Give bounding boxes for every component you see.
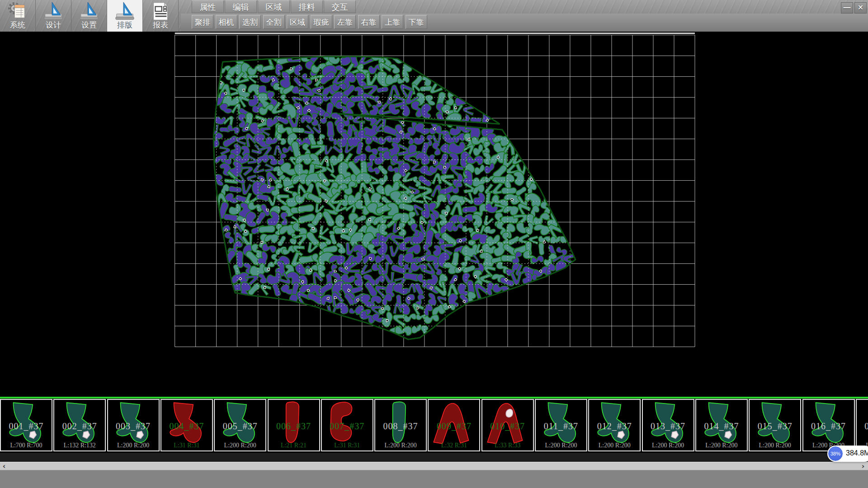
piece-thumbnail-010_#37[interactable]: 010_#37L:33 R:33	[481, 399, 534, 451]
piece-name: 009_#37	[429, 421, 479, 432]
piece-measurements: L:200 R:200	[375, 442, 426, 449]
app-button-5[interactable]: 报表	[143, 0, 179, 32]
menu-tab-4[interactable]: 排料	[291, 0, 323, 13]
piece-measurements: L:700 R:700	[1, 442, 52, 449]
menu-tab-2[interactable]: 编辑	[225, 0, 257, 13]
status-bar	[0, 470, 868, 488]
settings-ruler-icon	[79, 1, 99, 21]
piece-name: 007_#37	[322, 421, 373, 432]
piece-thumbnail-017_#37[interactable]: 017_#37L:200 R:200	[856, 399, 868, 451]
minimize-button[interactable]: —	[841, 2, 853, 14]
piece-thumbnail-011_#37[interactable]: 011_#37L:200 R:200	[535, 399, 587, 451]
piece-measurements: L:33 R:33	[482, 442, 533, 449]
piece-name: 003_#37	[108, 421, 159, 432]
piece-measurements: L:31 R:31	[161, 442, 212, 449]
close-button[interactable]: ✕	[854, 2, 867, 14]
scroll-right-icon[interactable]: ›	[859, 462, 867, 470]
piece-name: 017_#37	[857, 421, 868, 432]
piece-name: 011_#37	[536, 421, 586, 432]
tool-button-10[interactable]: 下靠	[406, 15, 427, 29]
report-doc-icon	[150, 1, 171, 21]
scroll-left-icon[interactable]: ‹	[0, 462, 8, 470]
memory-value-label: 384.8M	[846, 449, 868, 457]
tool-button-1[interactable]: 聚排	[192, 15, 213, 29]
piece-thumbnail-014_#37[interactable]: 014_#37L:200 R:200	[695, 399, 748, 451]
app-button-label: 设置	[81, 21, 97, 30]
piece-name: 016_#37	[803, 421, 854, 432]
piece-measurements: L:132 R:132	[54, 442, 105, 449]
piece-thumbnail-016_#37[interactable]: 016_#37L:200 R:200	[802, 399, 855, 451]
app-button-4[interactable]: 排版	[107, 0, 143, 32]
system-gear-icon	[7, 1, 28, 21]
piece-measurements: L:32 R:31	[429, 442, 479, 449]
tool-button-4[interactable]: 全割	[263, 15, 285, 29]
strip-highlight-line	[0, 397, 868, 399]
piece-thumbnail-012_#37[interactable]: 012_#37L:200 R:200	[588, 399, 641, 451]
piece-thumbnail-strip: 001_#37L:700 R:700002_#37L:132 R:132003_…	[0, 397, 868, 453]
menu-tab-1[interactable]: 属性	[192, 0, 224, 13]
piece-thumbnail-009_#37[interactable]: 009_#37L:32 R:31	[428, 399, 480, 451]
menu-tab-5[interactable]: 交互	[324, 0, 356, 13]
piece-name: 004_#37	[161, 421, 212, 432]
piece-measurements: L:200 R:200	[536, 442, 586, 449]
piece-thumbnail-008_#37[interactable]: 008_#37L:200 R:200	[374, 399, 427, 451]
strip-gap	[0, 453, 868, 462]
piece-name: 014_#37	[696, 421, 747, 432]
piece-measurements: L:200 R:200	[589, 442, 640, 449]
piece-thumbnail-004_#37[interactable]: 004_#37L:31 R:31	[160, 399, 213, 451]
piece-thumbnail-013_#37[interactable]: 013_#37L:200 R:200	[642, 399, 694, 451]
piece-thumbnail-001_#37[interactable]: 001_#37L:700 R:700	[0, 399, 52, 451]
piece-thumbnail-015_#37[interactable]: 015_#37L:200 R:200	[749, 399, 801, 451]
tool-button-7[interactable]: 左靠	[334, 15, 356, 29]
menu-tab-3[interactable]: 区域	[258, 0, 290, 13]
app-button-1[interactable]: 系统	[0, 0, 36, 32]
nesting-canvas[interactable]	[0, 32, 868, 397]
piece-measurements: L:200 R:200	[108, 442, 159, 449]
menu-tab-bar: 属性编辑区域排料交互	[192, 0, 357, 13]
piece-measurements: L:200 R:200	[643, 442, 693, 449]
app-button-3[interactable]: 设置	[71, 0, 107, 32]
piece-measurements: L:200 R:200	[696, 442, 747, 449]
piece-name: 002_#37	[54, 421, 105, 432]
piece-measurements: L:200 R:200	[215, 442, 265, 449]
window-controls: — ✕	[841, 2, 867, 14]
piece-name: 006_#37	[269, 421, 319, 432]
tool-button-6[interactable]: 瑕疵	[311, 15, 332, 29]
app-button-label: 设计	[46, 21, 61, 30]
piece-thumbnail-005_#37[interactable]: 005_#37L:200 R:200	[214, 399, 266, 451]
nesting-drawing	[0, 32, 868, 397]
tool-button-2[interactable]: 相机	[216, 15, 237, 29]
piece-name: 008_#37	[375, 421, 426, 432]
app-button-label: 排版	[117, 21, 132, 30]
memory-badge[interactable]: 38% 384.8M	[827, 446, 868, 462]
piece-name: 012_#37	[589, 421, 640, 432]
piece-measurements: L:31 R:31	[322, 442, 373, 449]
piece-measurements: L:21 R:21	[269, 442, 319, 449]
piece-thumbnail-007_#37[interactable]: 007_#37L:31 R:31	[321, 399, 373, 451]
design-ruler-icon	[43, 1, 64, 21]
piece-name: 005_#37	[215, 421, 265, 432]
piece-thumbnail-002_#37[interactable]: 002_#37L:132 R:132	[53, 399, 106, 451]
app-button-label: 报表	[153, 21, 168, 30]
piece-name: 001_#37	[1, 421, 52, 432]
app-button-bar: 系统设计设置排版报表	[0, 0, 179, 32]
piece-thumbnail-006_#37[interactable]: 006_#37L:21 R:21	[268, 399, 320, 451]
tool-button-9[interactable]: 上靠	[382, 15, 403, 29]
piece-name: 013_#37	[643, 421, 693, 432]
titlebar: 系统设计设置排版报表 属性编辑区域排料交互 聚排相机选割全割区域瑕疵左靠右靠上靠…	[0, 0, 868, 32]
horizontal-scrollbar[interactable]: ‹ ›	[0, 462, 868, 470]
piece-name: 010_#37	[482, 421, 533, 432]
piece-measurements: L:200 R:200	[750, 442, 800, 449]
tool-button-bar: 聚排相机选割全割区域瑕疵左靠右靠上靠下靠	[192, 15, 429, 29]
piece-hole	[506, 409, 513, 418]
piece-name: 015_#37	[750, 421, 800, 432]
memory-percent-badge: 38%	[828, 446, 843, 461]
nesting-ruler-icon	[114, 1, 135, 21]
tool-button-5[interactable]: 区域	[287, 15, 308, 29]
tool-button-3[interactable]: 选割	[239, 15, 261, 29]
app-button-2[interactable]: 设计	[36, 0, 71, 32]
tool-button-8[interactable]: 右靠	[358, 15, 380, 29]
piece-thumbnail-003_#37[interactable]: 003_#37L:200 R:200	[107, 399, 160, 451]
app-button-label: 系统	[10, 21, 25, 30]
